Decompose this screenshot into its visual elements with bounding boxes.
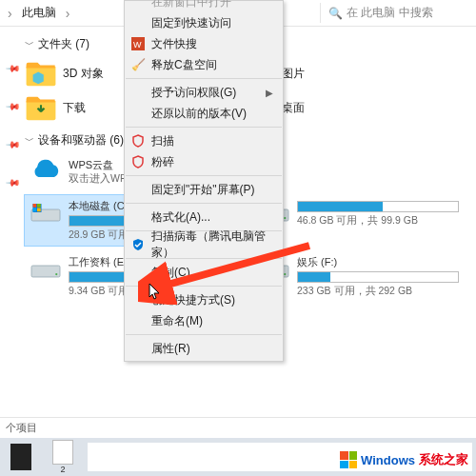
menu-item-label: 在新窗口中打开 (151, 0, 231, 10)
menu-item-label: 扫描 (151, 133, 174, 149)
section-title: 设备和驱动器 (6) (38, 132, 124, 149)
capacity-bar (297, 271, 459, 283)
menu-separator (126, 203, 282, 204)
menu-item[interactable]: 复制(C) (125, 262, 283, 283)
cloud-icon (29, 158, 63, 185)
folder-label: 3D 对象 (63, 66, 104, 82)
drive-entertain-f[interactable]: 娱乐 (F:) 233 GB 可用，共 292 GB (253, 251, 463, 302)
pin-icon: 📌 (6, 60, 21, 75)
pin-icon: 📌 (6, 136, 21, 151)
menu-separator (126, 78, 282, 79)
watermark-brand: Windows (361, 453, 415, 467)
chevron-down-icon: ﹀ (25, 134, 34, 148)
section-title: 文件夹 (7) (38, 36, 89, 52)
menu-item-label: 格式化(A)... (151, 209, 210, 226)
svg-rect-7 (37, 204, 41, 208)
chevron-right-icon[interactable]: › (62, 6, 74, 21)
broom-icon: 🧹 (130, 57, 146, 72)
search-icon: 🔍 (328, 7, 343, 20)
cursor-icon (149, 284, 162, 301)
menu-item[interactable]: 固定到"开始"屏幕(P) (125, 179, 283, 200)
menu-item[interactable]: 固定到快速访问 (125, 12, 283, 33)
menu-item[interactable]: 在新窗口中打开 (125, 0, 283, 12)
menu-item-label: 固定到"开始"屏幕(P) (151, 182, 255, 198)
svg-rect-12 (31, 266, 60, 277)
folder-icon (25, 94, 57, 121)
folder-label: 下载 (63, 100, 86, 116)
menu-item-label: 授予访问权限(G) (151, 85, 236, 101)
taskbar-app[interactable]: 2 (42, 438, 84, 476)
menu-item-label: 文件快搜 (151, 36, 197, 52)
drive-local-d[interactable]: 46.8 GB 可用，共 99.9 GB (253, 195, 463, 246)
watermark: Windows 系统之家 (340, 451, 468, 468)
menu-item[interactable]: 扫描 (125, 130, 283, 151)
svg-rect-9 (37, 208, 41, 212)
svg-point-15 (284, 273, 286, 275)
folder-label: 桌面 (282, 100, 305, 116)
pin-icon: 📌 (6, 174, 21, 189)
drive-subtext: 46.8 GB 可用，共 99.9 GB (297, 214, 459, 228)
submenu-arrow-icon: ▶ (266, 88, 273, 98)
drive-label: 娱乐 (F:) (297, 255, 459, 269)
chevron-down-icon: ﹀ (25, 38, 34, 51)
menu-item-label: 属性(R) (151, 341, 190, 357)
watermark-site: 系统之家 (419, 451, 468, 468)
menu-item-label: 创建快捷方式(S) (151, 292, 235, 308)
menu-item-label: 扫描病毒（腾讯电脑管家） (151, 228, 273, 261)
svg-rect-8 (33, 208, 37, 212)
menu-item-label: 释放C盘空间 (151, 57, 217, 73)
menu-item[interactable]: 粉碎 (125, 151, 283, 172)
menu-item[interactable]: W文件快搜 (125, 33, 283, 54)
guard-icon (130, 237, 146, 252)
menu-separator (126, 175, 282, 176)
menu-item[interactable]: 🧹释放C盘空间 (125, 54, 283, 75)
taskbar-app[interactable] (0, 438, 42, 476)
menu-item-label: 重命名(M) (151, 313, 203, 329)
svg-rect-6 (33, 204, 37, 208)
drive-icon (29, 199, 63, 226)
capacity-bar (297, 201, 459, 212)
pin-icon: 📌 (6, 98, 21, 113)
windows-logo-icon (340, 451, 357, 468)
folder-downloads[interactable]: 下载 (25, 92, 129, 123)
menu-item[interactable]: 还原以前的版本(V) (125, 103, 283, 124)
taskbar-badge: 2 (60, 465, 65, 474)
nav-forward-icon[interactable]: › (4, 6, 16, 21)
svg-text:W: W (133, 40, 142, 50)
menu-item[interactable]: 重命名(M) (125, 310, 283, 331)
menu-item[interactable]: 授予访问权限(G)▶ (125, 82, 283, 103)
drive-icon (29, 255, 63, 282)
menu-item[interactable]: 属性(R) (125, 338, 283, 359)
svg-point-13 (55, 273, 57, 275)
wps-icon: W (130, 36, 146, 51)
menu-item-label: 复制(C) (151, 265, 190, 281)
search-input[interactable]: 🔍 在 此电脑 中搜索 (320, 3, 472, 23)
menu-item-label: 固定到快速访问 (151, 15, 231, 31)
menu-item-label: 还原以前的版本(V) (151, 106, 247, 122)
shield-icon (130, 133, 146, 149)
svg-point-11 (284, 217, 286, 219)
menu-item[interactable]: 格式化(A)... (125, 207, 283, 228)
drive-subtext: 233 GB 可用，共 292 GB (297, 285, 459, 298)
breadcrumb[interactable]: 此电脑 (16, 5, 62, 21)
menu-item[interactable]: 扫描病毒（腾讯电脑管家） (125, 234, 283, 255)
menu-item-label: 粉碎 (151, 154, 174, 170)
status-text: 个项目 (6, 422, 37, 433)
search-placeholder: 在 此电脑 中搜索 (347, 5, 433, 21)
folder-label: 图片 (282, 66, 305, 82)
shield-icon (130, 154, 146, 169)
context-menu: 在新窗口中打开固定到快速访问W文件快搜🧹释放C盘空间授予访问权限(G)▶还原以前… (124, 0, 284, 362)
menu-separator (126, 127, 282, 128)
status-bar: 个项目 (0, 417, 476, 438)
folder-3d-objects[interactable]: 3D 对象 (25, 58, 129, 89)
folder-icon (25, 60, 57, 87)
menu-separator (126, 334, 282, 335)
